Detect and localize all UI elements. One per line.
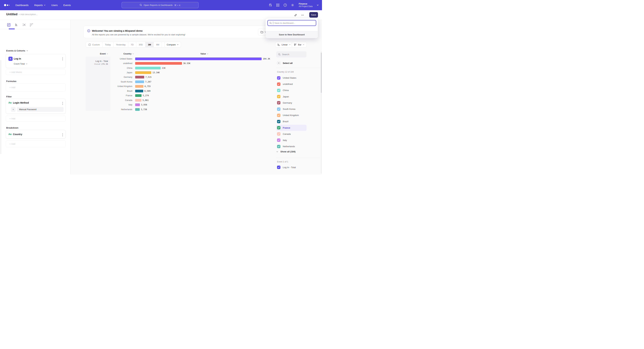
report-title[interactable]: Untitled <box>6 12 18 16</box>
bar-segment[interactable] <box>135 67 161 69</box>
range-3m[interactable]: 3M <box>146 42 154 47</box>
more-options-icon[interactable] <box>300 13 305 17</box>
tab-insights[interactable] <box>6 22 11 27</box>
column-header-value[interactable]: Value <box>200 53 208 55</box>
events-section-header[interactable]: Events & Cohorts <box>6 49 28 52</box>
settings-gear-icon[interactable] <box>291 3 294 7</box>
project-chevron-down-icon[interactable] <box>316 3 319 7</box>
country-checkbox-checked[interactable] <box>277 89 280 92</box>
column-header-event[interactable]: Event <box>100 53 108 55</box>
nav-item-reports[interactable]: Reports <box>34 4 46 6</box>
legend-row-united-kingdom[interactable]: United Kingdom <box>276 112 306 118</box>
legend-scrollbar[interactable] <box>321 51 322 173</box>
apps-grid-icon[interactable] <box>276 3 280 7</box>
help-icon[interactable]: ? <box>283 3 287 7</box>
show-all-button[interactable]: Show all (184) <box>276 150 296 153</box>
bar-segment[interactable] <box>135 71 151 74</box>
country-checkbox-checked[interactable] <box>277 132 280 136</box>
bar-segment[interactable] <box>135 103 140 106</box>
nav-item-events[interactable]: Events <box>64 4 71 6</box>
chart-type-dropdown[interactable]: Bar <box>292 42 307 47</box>
project-switcher[interactable]: Finance All Project Data <box>299 2 312 8</box>
legend-row-italy[interactable]: Italy <box>276 137 306 143</box>
country-checkbox-checked[interactable] <box>277 138 280 142</box>
tab-funnels[interactable] <box>14 22 19 27</box>
scale-dropdown[interactable]: Linear <box>275 42 293 47</box>
save-to-new-dashboard-button[interactable]: Save to New Dashboard <box>266 31 318 38</box>
bar-segment[interactable] <box>135 62 182 65</box>
bar-category-label: Canada <box>110 99 135 101</box>
country-checkbox-checked[interactable] <box>277 101 280 104</box>
legend-row-china[interactable]: China <box>276 87 306 93</box>
legend-row-japan[interactable]: Japan <box>276 93 306 100</box>
event-series-cell[interactable]: Log In - Total Overall 276.5K <box>86 56 110 111</box>
add-description-button[interactable]: + Add description... <box>18 13 38 15</box>
country-checkbox-checked[interactable] <box>277 82 280 86</box>
bar-segment[interactable] <box>135 57 262 60</box>
nav-item-users[interactable]: Users <box>51 4 58 6</box>
country-checkbox-checked[interactable] <box>277 76 280 80</box>
column-header-country[interactable]: Country <box>124 53 134 55</box>
legend-row-germany[interactable]: Germany <box>276 100 306 106</box>
legend-row-south-korea[interactable]: South Korea <box>276 106 306 112</box>
legend-row-canada[interactable]: Canada <box>276 131 306 137</box>
breakdown-property-name[interactable]: Country <box>13 133 22 136</box>
legend-row-brazil[interactable]: Brazil <box>276 118 306 125</box>
tab-flows[interactable] <box>22 22 26 27</box>
range-30d[interactable]: 30D <box>136 42 146 47</box>
legend-row-netherlands[interactable]: Netherlands <box>276 143 306 150</box>
metric-aggregation-dropdown[interactable]: Count Total <box>14 62 28 65</box>
bar-segment[interactable] <box>135 108 140 111</box>
global-search-button[interactable]: Open Reports & Dashboards ⌘ + K <box>122 2 198 8</box>
filter-card[interactable]: Aa Login Method = Manual Password <box>6 99 66 114</box>
filter-value-field[interactable]: Manual Password <box>17 107 64 112</box>
add-formula-button[interactable]: + Add <box>6 83 66 91</box>
data-management-icon[interactable] <box>268 3 272 7</box>
legend-row-united-states[interactable]: United States <box>276 75 306 81</box>
range-custom[interactable]: Custom <box>86 42 102 47</box>
add-filter-button[interactable]: + Add <box>6 115 66 122</box>
bar-category-label: South Korea <box>110 81 135 83</box>
save-dashboard-search-input[interactable]: Save to dashboard... <box>268 20 316 26</box>
event-legend-row[interactable]: Log In - Total <box>277 166 296 169</box>
bar-segment[interactable] <box>135 94 142 97</box>
add-metric-button[interactable]: + Add Metric <box>6 69 66 75</box>
mixpanel-logo-icon[interactable] <box>4 4 12 6</box>
bar-segment[interactable] <box>135 90 143 92</box>
compare-button[interactable]: Compare <box>164 42 181 47</box>
metric-card[interactable]: A Log In Count Total <box>6 54 66 68</box>
save-button[interactable]: Save <box>309 12 318 17</box>
legend-row-france[interactable]: France <box>276 125 306 131</box>
country-checkbox-checked[interactable] <box>277 126 280 129</box>
copy-link-icon[interactable] <box>293 13 298 17</box>
legend-search-input[interactable]: Search <box>276 51 306 57</box>
metric-name[interactable]: Log In <box>14 57 21 60</box>
filter-operator-chip[interactable]: = <box>11 107 16 112</box>
bar-segment[interactable] <box>135 76 144 78</box>
country-checkbox-checked[interactable] <box>277 145 280 148</box>
select-all-checkbox-indeterminate[interactable] <box>277 61 280 65</box>
breakdown-card[interactable]: Aa Country <box>6 130 66 139</box>
legend-row-undefined[interactable]: undefined <box>276 81 306 87</box>
range-6m[interactable]: 6M <box>154 42 162 47</box>
bar-segment[interactable] <box>135 80 144 83</box>
nav-item-dashboards[interactable]: Dashboards <box>16 4 28 6</box>
metric-options-icon[interactable] <box>62 57 64 61</box>
country-checkbox-checked[interactable] <box>277 107 280 111</box>
filter-property-name[interactable]: Login Method <box>13 101 29 104</box>
country-checkbox-checked[interactable] <box>277 120 280 123</box>
event-checkbox-checked[interactable] <box>277 166 280 169</box>
bar-segment[interactable] <box>135 99 142 102</box>
range-today[interactable]: Today <box>102 42 114 47</box>
breakdown-options-icon[interactable] <box>62 133 64 137</box>
filter-options-icon[interactable] <box>62 101 64 105</box>
country-checkbox-checked[interactable] <box>277 95 280 98</box>
country-checkbox-checked[interactable] <box>277 114 280 117</box>
range-yesterday[interactable]: Yesterday <box>114 42 128 47</box>
bar-segment[interactable] <box>135 85 144 88</box>
select-all-row[interactable]: Select all <box>277 61 293 65</box>
range-7d[interactable]: 7D <box>128 42 136 47</box>
tab-retention[interactable] <box>29 22 34 27</box>
add-breakdown-button[interactable]: + Add <box>6 140 66 147</box>
legend-scrollbar-thumb[interactable] <box>321 53 322 93</box>
